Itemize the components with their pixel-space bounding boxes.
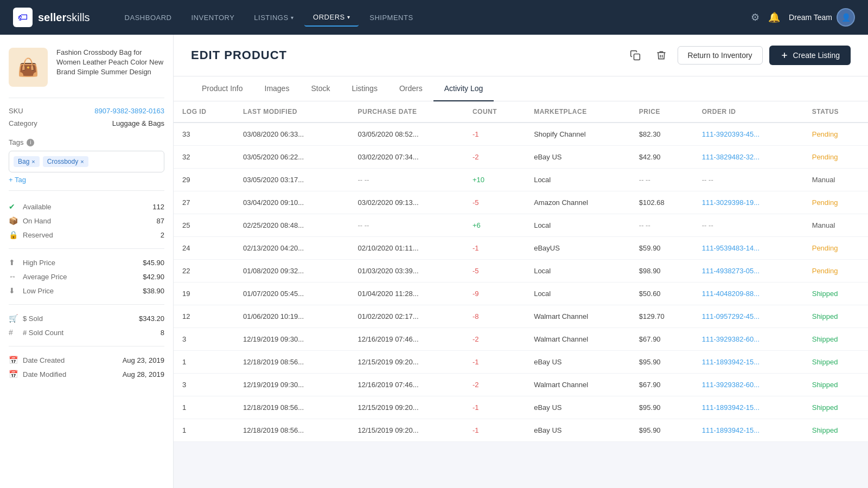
tab-listings[interactable]: Listings <box>341 76 388 101</box>
add-tag-button[interactable]: + Tag <box>9 176 164 184</box>
status-badge: Pending <box>812 153 838 161</box>
order-id-link[interactable]: 111-3929382-60... <box>702 335 760 343</box>
status-badge: Shipped <box>812 358 838 366</box>
settings-icon-button[interactable]: ⚙ <box>751 11 760 23</box>
status-badge: Shipped <box>812 290 838 298</box>
user-menu[interactable]: Dream Team 👤 <box>789 8 855 27</box>
col-count: COUNT <box>464 101 525 123</box>
cell-count: -1 <box>464 396 525 419</box>
order-id-link[interactable]: 111-1893942-15... <box>702 426 760 434</box>
price: $95.90 <box>639 403 661 412</box>
tag-bag-remove[interactable]: × <box>31 158 35 165</box>
cell-purchase-date: 01/02/2020 02:17... <box>349 305 463 328</box>
nav-orders[interactable]: ORDERS ▾ <box>304 9 359 27</box>
sku-row: SKU 8907-9382-3892-0163 <box>9 105 164 117</box>
avgprice-icon: ↔ <box>9 272 18 281</box>
tag-crossbody-remove[interactable]: × <box>80 158 84 165</box>
nav-links: DASHBOARD INVENTORY LISTINGS ▾ ORDERS ▾ … <box>116 9 751 27</box>
cell-log-id: 1 <box>174 396 234 419</box>
price: $98.90 <box>639 267 661 275</box>
cell-log-id: 3 <box>174 374 234 396</box>
cell-last-modified: 01/07/2020 05:45... <box>234 282 349 305</box>
cell-price: $95.90 <box>630 396 693 419</box>
tab-product-info[interactable]: Product Info <box>191 76 254 101</box>
order-id-link[interactable]: 111-3029398-19... <box>702 198 760 207</box>
cell-purchase-date: -- -- <box>349 169 463 191</box>
table-row: 1 12/18/2019 08:56... 12/15/2019 09:20..… <box>174 351 868 374</box>
order-id-link[interactable]: 111-1893942-15... <box>702 403 760 412</box>
cell-last-modified: 03/08/2020 06:33... <box>234 123 349 146</box>
cell-count: -5 <box>464 260 525 282</box>
status-badge: Shipped <box>812 335 838 343</box>
delete-icon-button[interactable] <box>652 46 671 65</box>
tab-images[interactable]: Images <box>254 76 301 101</box>
cell-order-id: -- -- <box>693 169 803 191</box>
tags-info-icon[interactable]: i <box>27 139 34 146</box>
price-empty: -- -- <box>639 176 650 184</box>
order-id-link[interactable]: 111-4938273-05... <box>702 267 760 275</box>
table-row: 1 12/18/2019 08:56... 12/15/2019 09:20..… <box>174 419 868 442</box>
tab-activity-log[interactable]: Activity Log <box>433 76 494 101</box>
order-id-link[interactable]: 111-0957292-45... <box>702 312 760 320</box>
page-title: EDIT PRODUCT <box>191 48 287 62</box>
category-row: Category Luggage & Bags <box>9 117 164 130</box>
nav-dashboard[interactable]: DASHBOARD <box>116 9 181 27</box>
cell-price: $42.90 <box>630 146 693 169</box>
nav-shipments[interactable]: SHIPMENTS <box>361 9 422 27</box>
cell-price: $95.90 <box>630 419 693 442</box>
sold-count-icon: # <box>9 328 18 337</box>
cell-log-id: 27 <box>174 191 234 214</box>
category-value: Luggage & Bags <box>112 119 164 127</box>
sidebar: 👜 Fashion Crossbody Bag for Women Leathe… <box>0 35 174 488</box>
cell-last-modified: 01/08/2020 09:32... <box>234 260 349 282</box>
activity-log-table: LOG ID LAST MODIFIED PURCHASE DATE COUNT… <box>174 101 868 442</box>
tab-orders[interactable]: Orders <box>388 76 433 101</box>
nav-listings[interactable]: LISTINGS ▾ <box>245 9 302 27</box>
cell-price: $129.70 <box>630 305 693 328</box>
order-id-link[interactable]: 111-9539483-14... <box>702 244 760 252</box>
create-listing-button[interactable]: Create Listing <box>769 46 851 65</box>
cell-purchase-date: 02/10/2020 01:11... <box>349 237 463 260</box>
col-status: STATUS <box>803 101 868 123</box>
tab-stock[interactable]: Stock <box>300 76 341 101</box>
cell-price: $82.30 <box>630 123 693 146</box>
purchase-date: 12/16/2019 07:46... <box>358 381 418 389</box>
cell-order-id: 111-3929382-60... <box>693 328 803 351</box>
create-listing-icon <box>780 51 789 60</box>
cell-purchase-date: 12/16/2019 07:46... <box>349 374 463 396</box>
status-badge: Shipped <box>812 403 838 412</box>
cell-marketplace: Local <box>525 282 630 305</box>
price: $67.90 <box>639 335 661 343</box>
cell-log-id: 12 <box>174 305 234 328</box>
tags-section: Tags i Bag × Crossbody × + Tag <box>9 138 164 184</box>
table-row: 3 12/19/2019 09:30... 12/16/2019 07:46..… <box>174 374 868 396</box>
order-id-link[interactable]: 111-1893942-15... <box>702 358 760 366</box>
cell-count: -2 <box>464 146 525 169</box>
cell-status: Shipped <box>803 328 868 351</box>
order-id-link[interactable]: 111-3929382-60... <box>702 381 760 389</box>
order-id-link[interactable]: 111-3829482-32... <box>702 153 760 161</box>
table-row: 3 12/19/2019 09:30... 12/16/2019 07:46..… <box>174 328 868 351</box>
cell-status: Shipped <box>803 374 868 396</box>
return-to-inventory-button[interactable]: Return to Inventory <box>678 46 763 65</box>
table-row: 29 03/05/2020 03:17... -- -- +10 Local -… <box>174 169 868 191</box>
user-name: Dream Team <box>789 13 832 22</box>
col-price: PRICE <box>630 101 693 123</box>
order-id-link[interactable]: 111-4048209-88... <box>702 290 760 298</box>
cell-marketplace: eBay US <box>525 351 630 374</box>
cell-marketplace: Walmart Channel <box>525 374 630 396</box>
sku-value[interactable]: 8907-9382-3892-0163 <box>94 107 164 115</box>
cell-count: -5 <box>464 191 525 214</box>
table-row: 27 03/04/2020 09:10... 03/02/2020 09:13.… <box>174 191 868 214</box>
copy-icon-button[interactable] <box>626 46 645 65</box>
nav-inventory[interactable]: INVENTORY <box>182 9 243 27</box>
cell-order-id: 111-1893942-15... <box>693 351 803 374</box>
logo[interactable]: 🏷 sellerskills <box>13 8 90 27</box>
notifications-icon-button[interactable]: 🔔 <box>768 11 780 23</box>
price: $129.70 <box>639 312 665 320</box>
table-head: LOG ID LAST MODIFIED PURCHASE DATE COUNT… <box>174 101 868 123</box>
reserved-icon: 🔒 <box>9 230 18 239</box>
col-purchase-date: PURCHASE DATE <box>349 101 463 123</box>
order-id-link[interactable]: 111-3920393-45... <box>702 130 760 138</box>
cell-count: -1 <box>464 123 525 146</box>
